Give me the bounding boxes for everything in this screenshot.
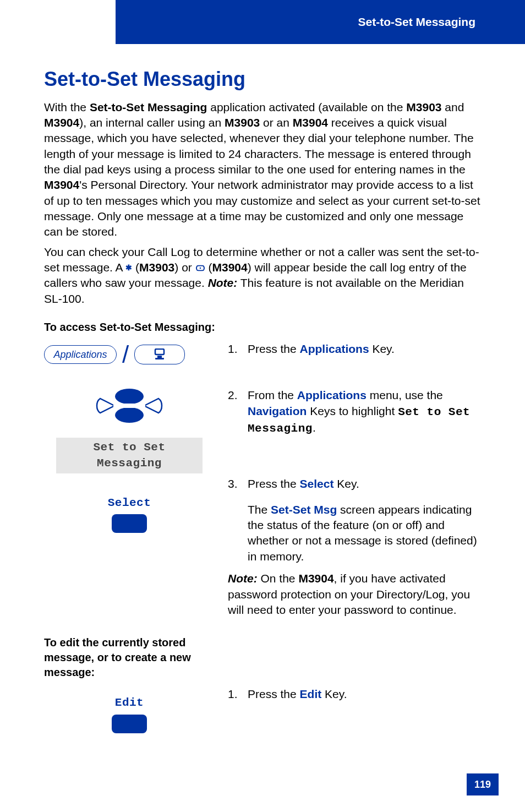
svg-rect-3 (155, 358, 164, 359)
note-m3904: Note: On the M3904, if you have activate… (228, 571, 481, 618)
svg-rect-6 (113, 404, 145, 408)
page-title: Set-to-Set Messaging (44, 66, 481, 93)
navigation-keys[interactable] (94, 386, 165, 425)
step-b1-text: Press the Edit Key. (248, 686, 481, 702)
svg-point-5 (115, 407, 144, 423)
step-number: 2. (228, 388, 248, 437)
applications-key[interactable]: Applications (44, 345, 117, 364)
step-2-text: From the Applications menu, use the Navi… (248, 388, 481, 437)
svg-rect-2 (157, 356, 162, 358)
intro-paragraph-1: With the Set-to-Set Messaging applicatio… (44, 100, 481, 240)
step-1-text: Press the Applications Key. (248, 341, 481, 357)
step-number: 1. (228, 686, 248, 702)
step-number: 3. (228, 476, 248, 492)
svg-rect-1 (155, 349, 164, 355)
svg-point-4 (115, 389, 144, 404)
svg-point-0 (199, 268, 201, 269)
header-section-title: Set-to-Set Messaging (358, 14, 475, 30)
step-3-text: Press the Select Key. (248, 476, 481, 492)
face-icon (195, 264, 205, 272)
slash-separator: / (121, 346, 130, 363)
subheading-access: To access Set-to-Set Messaging: (44, 320, 481, 335)
applications-icon-key[interactable] (134, 345, 185, 364)
softkey-select-label: Select (44, 495, 215, 511)
softkey-select[interactable] (112, 514, 147, 533)
subheading-edit: To edit the currently stored message, or… (44, 635, 215, 680)
softkey-edit-label: Edit (44, 695, 215, 711)
intro-paragraph-2: You can check your Call Log to determine… (44, 244, 481, 307)
softkey-edit[interactable] (112, 715, 147, 733)
asterisk-icon: ✱ (125, 263, 132, 272)
step-3-detail: The Set-Set Msg screen appears indicatin… (248, 502, 481, 564)
monitor-stand-icon (152, 348, 167, 361)
step-number: 1. (228, 341, 248, 357)
menu-item-set-to-set: Set to Set Messaging (56, 438, 203, 473)
